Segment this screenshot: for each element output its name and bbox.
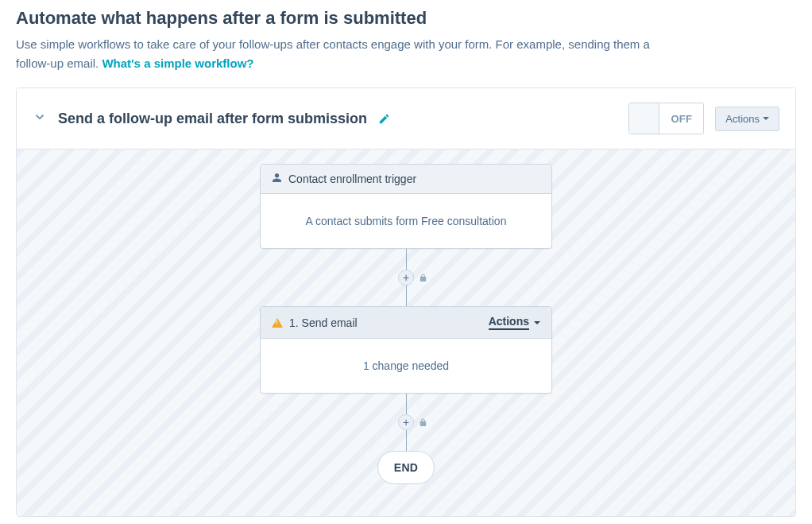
simple-workflow-link[interactable]: What's a simple workflow? — [102, 56, 253, 70]
caret-down-icon — [763, 117, 769, 120]
trigger-node[interactable]: Contact enrollment trigger A contact sub… — [260, 164, 552, 249]
connector-line — [406, 394, 407, 414]
workflow-toggle[interactable]: OFF — [628, 103, 704, 134]
step-node-header: 1. Send email Actions — [261, 307, 551, 339]
contact-icon — [272, 173, 282, 185]
step-node-title: 1. Send email — [289, 316, 358, 329]
warning-icon — [272, 318, 283, 328]
pencil-icon[interactable] — [378, 113, 390, 125]
lock-icon — [419, 274, 427, 282]
lock-icon — [419, 418, 427, 427]
trigger-node-header: Contact enrollment trigger — [261, 165, 551, 194]
add-step-button[interactable]: + — [398, 414, 414, 430]
actions-button-label: Actions — [725, 113, 760, 125]
add-step-row: + — [398, 414, 414, 430]
workflow-header-left: Send a follow-up email after form submis… — [33, 110, 390, 127]
chevron-down-icon[interactable] — [33, 110, 47, 127]
connector-line — [406, 285, 407, 306]
step-actions-label: Actions — [489, 315, 529, 330]
page-description: Use simple workflows to take care of you… — [16, 35, 652, 73]
trigger-node-title: Contact enrollment trigger — [288, 173, 416, 185]
workflow-canvas: Contact enrollment trigger A contact sub… — [17, 149, 795, 516]
workflow-title: Send a follow-up email after form submis… — [58, 111, 367, 127]
workflow-card: Send a follow-up email after form submis… — [16, 87, 796, 517]
end-node: END — [377, 451, 435, 484]
workflow-header-right: OFF Actions — [628, 103, 779, 134]
step-actions-dropdown[interactable]: Actions — [489, 315, 540, 330]
toggle-state-label: OFF — [659, 113, 703, 125]
workflow-actions-button[interactable]: Actions — [715, 107, 779, 131]
add-step-row: + — [398, 270, 414, 285]
workflow-header: Send a follow-up email after form submis… — [17, 88, 795, 149]
step-node[interactable]: 1. Send email Actions 1 change needed — [260, 306, 552, 394]
caret-down-icon — [534, 321, 540, 324]
trigger-node-body: A contact submits form Free consultation — [261, 194, 551, 248]
add-step-button[interactable]: + — [398, 270, 414, 285]
toggle-thumb — [629, 103, 659, 134]
step-node-body: 1 change needed — [261, 339, 551, 393]
page-title: Automate what happens after a form is su… — [16, 8, 796, 29]
connector-line — [406, 249, 407, 270]
connector-line — [406, 430, 407, 451]
